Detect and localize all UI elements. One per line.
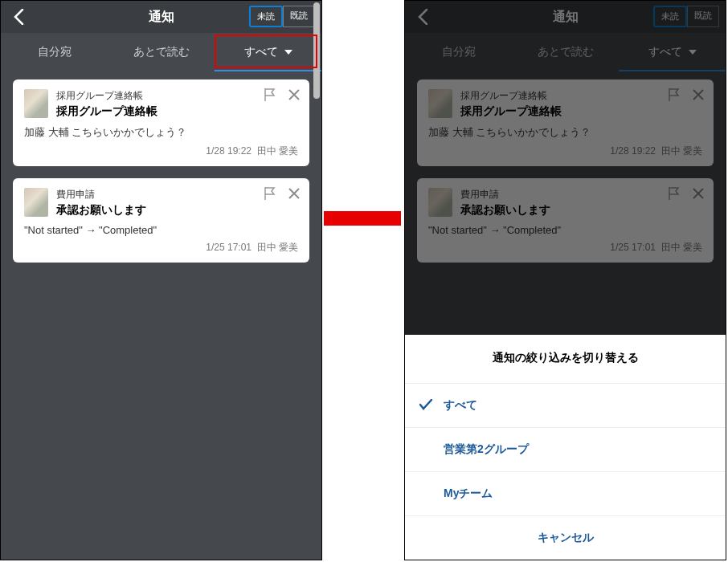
filter-option-label: 営業第2グループ bbox=[444, 442, 529, 455]
tab-label: すべて bbox=[244, 45, 278, 59]
filter-option-sales2[interactable]: 営業第2グループ bbox=[405, 428, 726, 472]
timestamp: 1/25 17:01 bbox=[206, 242, 252, 253]
chevron-down-icon bbox=[284, 50, 292, 55]
notification-body: "Not started" → "Completed" bbox=[24, 224, 298, 236]
back-button[interactable] bbox=[9, 7, 28, 26]
filter-option-myteam[interactable]: Myチーム bbox=[405, 472, 726, 516]
card-actions bbox=[263, 186, 301, 201]
tab-self[interactable]: 自分宛 bbox=[1, 33, 108, 71]
chevron-left-icon bbox=[14, 9, 24, 25]
notification-meta: 1/25 17:01 田中 愛美 bbox=[24, 241, 298, 255]
card-actions bbox=[263, 88, 301, 102]
tab-label: あとで読む bbox=[133, 45, 190, 59]
check-icon bbox=[419, 399, 434, 413]
sheet-title: 通知の絞り込みを切り替える bbox=[405, 335, 726, 384]
avatar bbox=[24, 89, 48, 118]
close-icon[interactable] bbox=[287, 186, 301, 201]
page-title: 通知 bbox=[149, 9, 174, 26]
cancel-button[interactable]: キャンセル bbox=[405, 516, 726, 560]
notification-subject: 採用グループ連絡帳 bbox=[56, 104, 298, 119]
notification-subject: 承認お願いします bbox=[56, 203, 298, 218]
sender: 田中 愛美 bbox=[257, 145, 298, 157]
close-icon[interactable] bbox=[287, 88, 301, 102]
scrollbar[interactable] bbox=[313, 2, 320, 99]
notification-body: 加藤 大輔 こちらいかかでしょう？ bbox=[24, 125, 298, 140]
notification-screen-right: 通知 未読 既読 自分宛 あとで読む すべて 採用グループ連絡帳 採用 bbox=[404, 0, 726, 560]
flag-icon[interactable] bbox=[263, 186, 277, 201]
notification-card[interactable]: 費用申請 承認お願いします "Not started" → "Completed… bbox=[13, 178, 309, 263]
read-toggle-btn[interactable]: 既読 bbox=[283, 6, 315, 27]
tab-all[interactable]: すべて bbox=[215, 33, 321, 71]
avatar bbox=[24, 188, 48, 217]
sender: 田中 愛美 bbox=[257, 242, 298, 253]
flag-icon[interactable] bbox=[263, 88, 277, 102]
scrollbar-thumb[interactable] bbox=[313, 2, 320, 99]
unread-toggle[interactable]: 未読 bbox=[249, 6, 283, 27]
notification-source: 採用グループ連絡帳 bbox=[56, 89, 298, 103]
arrow-connector bbox=[324, 211, 401, 226]
tab-read-later[interactable]: あとで読む bbox=[108, 33, 215, 71]
notification-card[interactable]: 採用グループ連絡帳 採用グループ連絡帳 加藤 大輔 こちらいかかでしょう？ 1/… bbox=[13, 79, 309, 166]
filter-bottom-sheet: 通知の絞り込みを切り替える すべて 営業第2グループ Myチーム キャンセル bbox=[405, 335, 726, 560]
tabs: 自分宛 あとで読む すべて bbox=[1, 33, 321, 71]
tab-label: 自分宛 bbox=[38, 45, 72, 59]
notification-screen-left: 通知 未読 既読 自分宛 あとで読む すべて 採用グループ連絡帳 bbox=[0, 0, 322, 560]
timestamp: 1/28 19:22 bbox=[206, 145, 252, 157]
header: 通知 未読 既読 bbox=[1, 1, 321, 33]
notification-source: 費用申請 bbox=[56, 188, 298, 202]
notification-list: 採用グループ連絡帳 採用グループ連絡帳 加藤 大輔 こちらいかかでしょう？ 1/… bbox=[1, 71, 321, 283]
read-toggle: 未読 既読 bbox=[249, 6, 315, 27]
filter-option-all[interactable]: すべて bbox=[405, 384, 726, 428]
filter-option-label: Myチーム bbox=[444, 487, 493, 499]
notification-meta: 1/28 19:22 田中 愛美 bbox=[24, 145, 298, 158]
filter-option-label: すべて bbox=[444, 398, 477, 411]
